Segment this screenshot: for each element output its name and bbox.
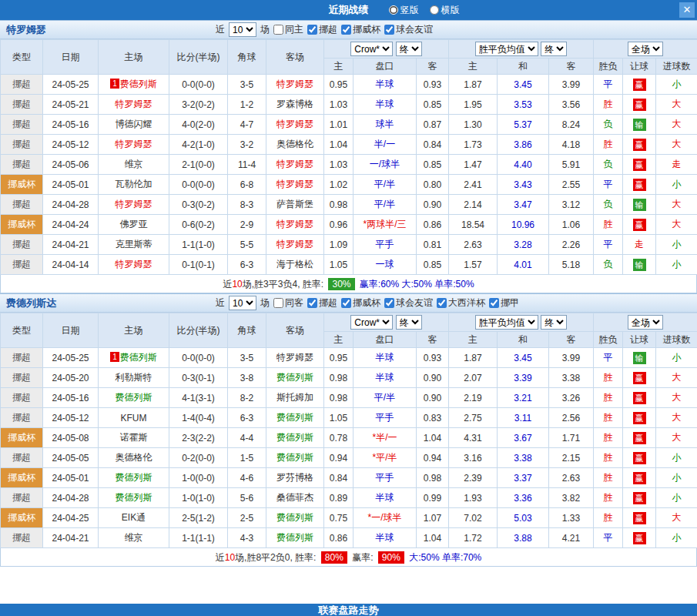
cell-away-team[interactable]: 费德列斯 (266, 408, 324, 428)
league-filter-checkbox[interactable] (341, 25, 351, 35)
cell-avg-draw: 3.39 (498, 368, 549, 388)
bookmaker-select[interactable]: Crow* (350, 42, 393, 56)
cell-result: 平 (594, 75, 623, 95)
cell-home-team[interactable]: EIK通 (99, 508, 169, 528)
cell-away-team[interactable]: 罗芬博格 (266, 468, 324, 488)
bookmaker-select[interactable]: Crow* (350, 315, 393, 330)
cell-away-team[interactable]: 特罗姆瑟 (266, 155, 324, 175)
vertical-view-radio[interactable] (389, 5, 398, 15)
same-venue-filter[interactable]: 同客 (273, 296, 303, 310)
cell-away-team[interactable]: 费德列斯 (266, 428, 324, 448)
cell-home-team[interactable]: 佛罗亚 (99, 215, 169, 235)
same-venue-filter-checkbox[interactable] (273, 298, 283, 308)
cell-away-team[interactable]: 费德列斯 (266, 448, 324, 468)
cell-date: 24-04-28 (43, 195, 99, 215)
cell-home-team[interactable]: 费德列斯 (99, 468, 169, 488)
avg-odds-select[interactable]: 胜平负均值 (475, 315, 538, 330)
cell-score: 0-3(0-1) (169, 368, 228, 388)
cell-home-team[interactable]: 特罗姆瑟 (99, 255, 169, 275)
cell-goals: 小 (656, 75, 697, 95)
odds-time-select[interactable]: 终 (396, 42, 422, 56)
cell-away-team[interactable]: 特罗姆瑟 (266, 75, 324, 95)
cell-away-team[interactable]: 特罗姆瑟 (266, 115, 324, 135)
league-filter[interactable]: 球会友谊 (384, 23, 433, 36)
cell-score: 4-1(3-1) (169, 388, 228, 408)
league-filter-checkbox[interactable] (307, 25, 317, 35)
cell-away-team[interactable]: 桑德菲杰 (266, 488, 324, 508)
match-count-select[interactable]: 10 (229, 22, 256, 37)
match-count-select[interactable]: 10 (229, 296, 256, 310)
col-avg-home: 主 (449, 332, 498, 348)
cell-away-team[interactable]: 费德列斯 (266, 528, 324, 548)
league-filter[interactable]: 挪威杯 (341, 296, 380, 310)
league-filter[interactable]: 挪超 (307, 296, 337, 310)
cell-home-team[interactable]: 特罗姆瑟 (99, 95, 169, 115)
horizontal-view-radio[interactable] (430, 5, 439, 15)
vertical-view-option[interactable]: 竖版 (389, 4, 419, 17)
league-filter[interactable]: 球会友谊 (384, 296, 433, 310)
cell-home-team[interactable]: 维京 (99, 528, 169, 548)
cell-away-team[interactable]: 特罗姆瑟 (266, 348, 324, 368)
league-filter-checkbox[interactable] (384, 25, 394, 35)
handicap-result-value: 赢 (633, 452, 646, 464)
cell-home-team[interactable]: 费德列斯 (99, 388, 169, 408)
summary-segment: 30% (328, 278, 354, 290)
cell-home-team[interactable]: KFUM (99, 408, 169, 428)
col-date: 日期 (43, 313, 99, 348)
avg-time-select[interactable]: 终 (541, 315, 567, 330)
league-filter[interactable]: 挪甲 (489, 296, 519, 310)
same-venue-filter[interactable]: 同主 (273, 23, 303, 36)
close-button[interactable]: ✕ (679, 2, 695, 18)
cell-home-team[interactable]: 特罗姆瑟 (99, 195, 169, 215)
cell-away-team[interactable]: 奥德格伦 (266, 135, 324, 155)
avg-time-select[interactable]: 终 (541, 42, 567, 56)
cell-home-team[interactable]: 诺霍斯 (99, 428, 169, 448)
cell-away-team[interactable]: 罗森博格 (266, 95, 324, 115)
cell-away-team[interactable]: 斯托姆加 (266, 388, 324, 408)
league-filter-checkbox[interactable] (384, 298, 394, 308)
handicap-result-value: 赢 (633, 99, 646, 111)
same-venue-filter-checkbox[interactable] (273, 25, 283, 35)
cell-avg-draw: 5.37 (498, 115, 549, 135)
cell-home-team[interactable]: 费德列斯 (99, 488, 169, 508)
cell-away-team[interactable]: 特罗姆瑟 (266, 235, 324, 255)
cell-result: 负 (594, 155, 623, 175)
cell-corner: 1-5 (228, 448, 266, 468)
league-filter-checkbox[interactable] (489, 298, 499, 308)
cell-home-team[interactable]: 博德闪耀 (99, 115, 169, 135)
cell-away-team[interactable]: 海于格松 (266, 255, 324, 275)
cell-home-team[interactable]: 特罗姆瑟 (99, 135, 169, 155)
cell-avg-home: 1.95 (449, 95, 498, 115)
scope-select[interactable]: 全场 (628, 315, 663, 330)
cell-away-team[interactable]: 费德列斯 (266, 368, 324, 388)
cell-away-odds: 0.93 (417, 348, 449, 368)
cell-away-team[interactable]: 萨普斯堡 (266, 195, 324, 215)
cell-home-team[interactable]: 利勒斯特 (99, 368, 169, 388)
league-filter-checkbox[interactable] (307, 298, 317, 308)
league-filter[interactable]: 挪超 (307, 23, 337, 36)
cell-goals: 小 (656, 528, 697, 548)
cell-goals: 大 (656, 195, 697, 215)
league-filter[interactable]: 大西洋杯 (437, 296, 485, 310)
match-row: 挪威杯24-04-24佛罗亚0-6(0-2)2-9特罗姆瑟0.96*两球半/三0… (1, 215, 697, 235)
cell-home-team[interactable]: 瓦勒伦加 (99, 175, 169, 195)
scope-select[interactable]: 全场 (628, 42, 663, 56)
cell-handicap: 平手 (354, 468, 417, 488)
league-filter-checkbox[interactable] (437, 298, 447, 308)
cell-away-team[interactable]: 费德列斯 (266, 508, 324, 528)
col-result: 胜负 (594, 59, 623, 75)
cell-away-team[interactable]: 特罗姆瑟 (266, 175, 324, 195)
horizontal-view-option[interactable]: 横版 (430, 4, 460, 17)
bottom-bar: 联赛盘路走势 (0, 604, 697, 616)
cell-home-team[interactable]: 1费德列斯 (99, 348, 169, 368)
cell-home-team[interactable]: 维京 (99, 155, 169, 175)
cell-away-team[interactable]: 特罗姆瑟 (266, 215, 324, 235)
cell-home-team[interactable]: 克里斯蒂 (99, 235, 169, 255)
cell-home-team[interactable]: 1费德列斯 (99, 75, 169, 95)
avg-odds-select[interactable]: 胜平负均值 (475, 42, 538, 56)
league-filter[interactable]: 挪威杯 (341, 23, 380, 36)
odds-time-select[interactable]: 终 (396, 315, 422, 330)
cell-competition: 挪超 (1, 95, 43, 115)
league-filter-checkbox[interactable] (341, 298, 351, 308)
cell-home-team[interactable]: 奥德格伦 (99, 448, 169, 468)
